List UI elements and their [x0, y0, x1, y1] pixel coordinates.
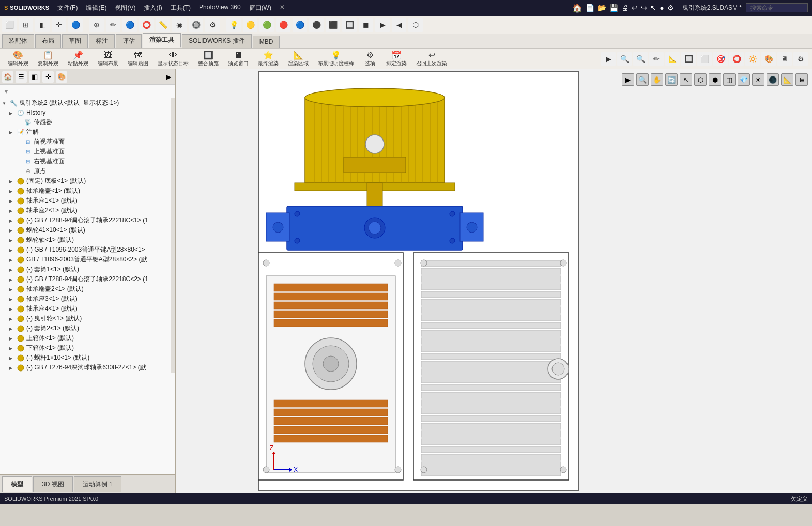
vp-scene-btn[interactable]: 🖥: [795, 73, 808, 86]
search-input[interactable]: [746, 3, 808, 12]
select-icon[interactable]: ↖: [650, 4, 656, 12]
tab-motion[interactable]: 运动算例 1: [74, 476, 121, 492]
new-icon[interactable]: 📄: [586, 4, 594, 12]
menu-expand[interactable]: ✕: [280, 4, 285, 12]
tree-key1[interactable]: (-) GB / T1096-2003普通平键A型28×80<1>: [0, 245, 175, 255]
tree-bearing-gb2[interactable]: (-) GB / T288-94调心滚子轴承22218C<2> (1: [0, 274, 175, 284]
bearing-cap2-expander[interactable]: [9, 286, 17, 292]
tree-traction-wheel[interactable]: (-) 曳引轮<1> (默认): [0, 314, 175, 323]
sleeve2-expander[interactable]: [9, 326, 17, 331]
tab-assembly[interactable]: 装配体: [2, 34, 34, 48]
tb-sketch[interactable]: ✏: [106, 18, 120, 32]
menu-window[interactable]: 窗口(W): [249, 4, 271, 12]
filter-input[interactable]: [11, 88, 172, 95]
bearing-gb3-expander[interactable]: [9, 365, 17, 370]
tb-zoom[interactable]: ⊕: [89, 18, 104, 32]
tab-mbd[interactable]: MBD: [253, 36, 280, 48]
tb-mate[interactable]: ✛: [52, 18, 66, 32]
bearing-gb1-expander[interactable]: [9, 218, 17, 223]
tree-worm-wheel[interactable]: 蜗轮41×10<1> (默认): [0, 225, 175, 235]
key1-expander[interactable]: [9, 247, 17, 253]
open-icon[interactable]: 📂: [597, 4, 606, 12]
btn-render-region[interactable]: 📐 渲染区域: [284, 49, 312, 69]
worm-wheel-expander[interactable]: [9, 227, 17, 233]
print-icon[interactable]: 🖨: [621, 4, 629, 12]
tree-baseplate[interactable]: (固定) 底板<1> (默认): [0, 176, 175, 186]
annotation-expander[interactable]: [9, 129, 17, 135]
bearing-seat1-expander[interactable]: [9, 198, 17, 204]
tb-ref2[interactable]: 🔘: [189, 18, 203, 32]
btn-options[interactable]: ⚙ 选项: [360, 49, 380, 69]
vp-play[interactable]: ▶: [601, 52, 616, 66]
vp-search1[interactable]: 🔍: [617, 52, 632, 66]
upper-box-expander[interactable]: [9, 335, 17, 341]
btn-preview-window[interactable]: 🖥 预览窗口: [224, 49, 252, 69]
worm-shaft-expander[interactable]: [9, 237, 17, 243]
tb-color4[interactable]: 🔵: [293, 18, 307, 32]
tb-light[interactable]: 💡: [226, 18, 241, 32]
tb-color1[interactable]: 🟡: [243, 18, 257, 32]
tab-layout[interactable]: 布局: [35, 34, 61, 48]
key2-expander[interactable]: [9, 257, 17, 262]
menu-insert[interactable]: 插入(I): [144, 4, 162, 12]
history-expander[interactable]: [9, 110, 17, 116]
sleeve1-expander[interactable]: [9, 267, 17, 272]
tb-color6[interactable]: ⬛: [326, 18, 340, 32]
tree-bearing-cap1[interactable]: 轴承端盖<1> (默认): [0, 186, 175, 196]
tb-part[interactable]: ◧: [35, 18, 50, 32]
tree-origin[interactable]: ⊕ 原点: [0, 166, 175, 176]
tb-ref[interactable]: ◉: [172, 18, 187, 32]
tb-measure[interactable]: 📏: [156, 18, 170, 32]
vp-realview-btn[interactable]: 💎: [738, 73, 750, 86]
vp-circle[interactable]: ⭕: [729, 52, 744, 66]
tb-color2[interactable]: 🟢: [259, 18, 274, 32]
redo-icon[interactable]: ↪: [641, 4, 647, 12]
btn-edit-appearance[interactable]: 🎨 编辑外观: [4, 49, 32, 69]
tree-sleeve2[interactable]: (-) 套筒2<1> (默认): [0, 323, 175, 333]
bearing-seat2-expander[interactable]: [9, 208, 17, 213]
tree-root[interactable]: 🔧 曳引系统2 (默认<默认_显示状态-1>): [0, 98, 175, 108]
btn-display-state[interactable]: 👁 显示状态目标: [154, 49, 192, 69]
btn-paste-appearance[interactable]: 📌 粘贴外观: [64, 49, 92, 69]
vp-edit[interactable]: ✏: [649, 52, 664, 66]
tab-evaluate[interactable]: 评估: [116, 34, 142, 48]
btn-copy-appearance[interactable]: 📋 复制外观: [34, 49, 62, 69]
menu-file[interactable]: 文件(F): [57, 4, 78, 12]
vp-box1[interactable]: 🔲: [681, 52, 696, 66]
menu-edit[interactable]: 编辑(E): [86, 4, 106, 12]
tree-key2[interactable]: GB / T1096-2003普通平键A型28×80<2> (默: [0, 255, 175, 265]
vp-settings[interactable]: ⚙: [793, 52, 808, 66]
traction-wheel-expander[interactable]: [9, 316, 17, 321]
panel-list-icon[interactable]: ☰: [16, 71, 27, 83]
rebuild-icon[interactable]: ●: [660, 4, 664, 12]
vp-rotate-btn[interactable]: 🔄: [665, 73, 678, 86]
tree-bearing-gb3[interactable]: (-) GB / T276-94深沟球轴承6308-2Z<1> (默: [0, 363, 175, 373]
btn-edit-decal[interactable]: 🗺 编辑贴图: [124, 49, 152, 69]
bearing-cap1-expander[interactable]: [9, 188, 17, 194]
tree-worm-shaft[interactable]: 蜗轮轴<1> (默认): [0, 235, 175, 245]
vp-target[interactable]: 🎯: [713, 52, 728, 66]
tree-bearing-gb1[interactable]: (-) GB / T288-94调心滚子轴承22218C<1> (1: [0, 215, 175, 225]
tb-view[interactable]: ⊞: [19, 18, 33, 32]
tb-extra5[interactable]: ⬡: [408, 18, 423, 32]
tb-select[interactable]: ⬜: [2, 18, 17, 32]
tab-plugins[interactable]: SOLIDWORKS 插件: [182, 34, 252, 48]
vp-select-btn[interactable]: ↖: [680, 73, 692, 86]
tree-annotation[interactable]: 📝 注解: [0, 127, 175, 137]
panel-part-icon[interactable]: ◧: [29, 71, 40, 83]
panel-color-icon[interactable]: 🎨: [56, 71, 67, 83]
tree-bearing-seat3[interactable]: 轴承座3<1> (默认): [0, 294, 175, 304]
tree-bearing-seat2[interactable]: 轴承座2<1> (默认): [0, 206, 175, 215]
panel-home-icon[interactable]: 🏠: [2, 71, 13, 83]
tb-smart[interactable]: 🔵: [122, 18, 137, 32]
tab-sketch[interactable]: 草图: [62, 34, 88, 48]
worm-gear-expander[interactable]: [9, 355, 17, 361]
tb-extra1[interactable]: 🔲: [342, 18, 357, 32]
baseplate-expander[interactable]: [9, 178, 17, 184]
tree-worm-gear[interactable]: (-) 蜗杆1×10<1> (默认): [0, 353, 175, 363]
panel-expand-btn[interactable]: ▶: [164, 73, 173, 81]
tree-upper-box[interactable]: 上箱体<1> (默认): [0, 333, 175, 343]
vp-shadows-btn[interactable]: 🌑: [767, 73, 779, 86]
vp-monitor[interactable]: 🖥: [777, 52, 792, 66]
vp-ambient-btn[interactable]: ☀: [752, 73, 764, 86]
